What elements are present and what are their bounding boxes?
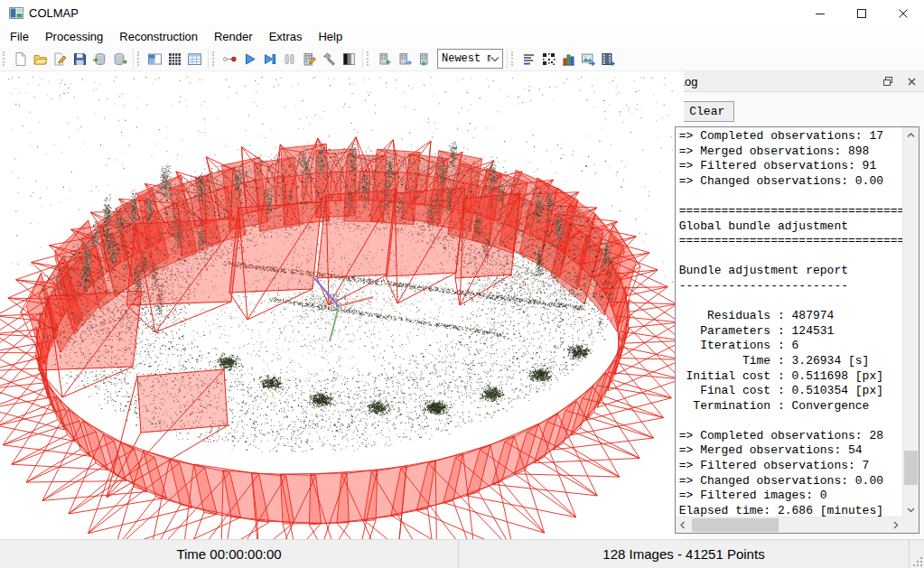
app-icon	[9, 6, 23, 21]
grab-movie-button[interactable]	[598, 49, 618, 69]
toolbar-handle	[511, 51, 513, 66]
play-icon	[242, 51, 257, 67]
add-model-button[interactable]	[374, 49, 394, 69]
toolbar: Newest mo	[0, 47, 924, 71]
export-model-button[interactable]	[394, 49, 414, 69]
building-add-icon	[377, 51, 392, 67]
bundle-adjustment-button[interactable]	[299, 49, 319, 69]
menu-bar: File Processing Reconstruction Render Ex…	[0, 26, 924, 47]
bar-chart-icon	[561, 51, 576, 67]
toolbar-group-model: Newest mo	[372, 47, 505, 70]
horizontal-scroll-thumb[interactable]	[692, 518, 779, 532]
statistics-button[interactable]	[558, 49, 578, 69]
status-model-stats: 128 Images - 41251 Points	[459, 546, 909, 562]
scroll-up-icon[interactable]	[903, 127, 919, 143]
float-window-icon	[882, 76, 893, 87]
model-viewport[interactable]	[0, 71, 669, 539]
table-view-button[interactable]	[184, 49, 204, 69]
toolbar-group-views	[143, 47, 206, 70]
close-button[interactable]	[882, 0, 924, 26]
database-import-icon	[92, 51, 107, 67]
maximize-icon	[856, 8, 867, 19]
pause-icon	[282, 51, 297, 67]
building-import-icon	[416, 51, 432, 67]
update-model-button[interactable]	[414, 49, 434, 69]
colmap-window: COLMAP File Processing Reconstruction Re…	[0, 0, 924, 568]
grid-icon	[167, 51, 182, 67]
open-project-button[interactable]	[30, 49, 50, 69]
menu-render[interactable]: Render	[206, 27, 261, 46]
toolbar-handle	[3, 51, 5, 66]
log-dock-titlebar: Log	[670, 71, 924, 92]
menu-file[interactable]: File	[2, 27, 37, 46]
model-selector-value: Newest mo	[442, 52, 490, 65]
import-database-button[interactable]	[89, 49, 109, 69]
pause-reconstruction-button[interactable]	[279, 49, 299, 69]
log-vertical-scrollbar[interactable]	[902, 127, 919, 517]
scroll-down-icon[interactable]	[903, 502, 919, 517]
toolbar-separator	[362, 49, 363, 69]
export-database-button[interactable]	[109, 49, 129, 69]
title-bar: COLMAP	[0, 0, 924, 26]
scroll-left-icon[interactable]	[676, 517, 691, 533]
chevron-down-icon	[490, 56, 499, 62]
edit-project-button[interactable]	[50, 49, 70, 69]
grid-view-button[interactable]	[164, 49, 184, 69]
toolbar-group-reconstruction	[218, 47, 360, 70]
grab-image-button[interactable]	[578, 49, 598, 69]
track-options-icon	[222, 51, 238, 67]
menu-help[interactable]: Help	[310, 27, 350, 46]
new-project-button[interactable]	[10, 49, 30, 69]
toolbar-handle	[137, 51, 139, 66]
new-file-icon	[13, 51, 28, 67]
filmstrip-icon	[601, 51, 616, 67]
log-output-frame: => Completed observations: 17 => Merged …	[675, 126, 919, 534]
status-bar: Time 00:00:00:00 128 Images - 41251 Poin…	[0, 539, 924, 568]
toolbar-separator	[507, 49, 508, 69]
scroll-right-icon[interactable]	[888, 517, 903, 533]
render-options-button[interactable]	[339, 49, 359, 69]
vertical-scroll-thumb[interactable]	[904, 451, 918, 485]
status-time: Time 00:00:00:00	[0, 546, 458, 562]
save-project-button[interactable]	[70, 49, 89, 69]
log-dock: Log Clear => Completed observations: 17 …	[669, 71, 924, 539]
building-export-icon	[397, 51, 412, 67]
minimize-button[interactable]	[799, 0, 841, 26]
dock-float-button[interactable]	[881, 74, 895, 88]
minimize-icon	[815, 8, 826, 19]
close-icon	[907, 77, 917, 87]
menu-processing[interactable]: Processing	[37, 27, 111, 46]
save-icon	[72, 51, 88, 67]
reconstruction-options-button[interactable]	[219, 49, 239, 69]
log-text[interactable]: => Completed observations: 17 => Merged …	[676, 127, 919, 518]
3d-scene-canvas[interactable]	[0, 71, 684, 539]
image-panel-icon	[147, 51, 163, 67]
log-toolbar: Clear	[670, 92, 924, 126]
log-toggle-button[interactable]	[518, 49, 538, 69]
building-edit-icon	[302, 51, 317, 67]
menu-reconstruction[interactable]: Reconstruction	[111, 27, 206, 46]
dense-reconstruction-button[interactable]	[319, 49, 339, 69]
maximize-button[interactable]	[841, 0, 882, 26]
toolbar-separator	[133, 49, 134, 69]
toolbar-group-extras	[517, 47, 620, 70]
toolbar-handle	[212, 51, 214, 66]
resize-grip[interactable]	[910, 540, 924, 568]
start-reconstruction-button[interactable]	[239, 49, 259, 69]
menu-extras[interactable]: Extras	[261, 27, 311, 46]
resize-grip-icon	[912, 556, 924, 568]
dock-close-button[interactable]	[904, 74, 919, 88]
image-overview-button[interactable]	[145, 49, 164, 69]
clear-log-button[interactable]: Clear	[680, 101, 734, 122]
screenshot-icon	[581, 51, 596, 67]
open-folder-icon	[33, 51, 48, 67]
edit-file-icon	[52, 51, 68, 67]
step-reconstruction-button[interactable]	[259, 49, 279, 69]
toolbar-handle	[367, 51, 369, 66]
log-horizontal-scrollbar[interactable]	[676, 517, 903, 533]
window-title: COLMAP	[29, 6, 79, 20]
match-matrix-button[interactable]	[538, 49, 558, 69]
model-selector[interactable]: Newest mo	[437, 49, 503, 69]
hammer-icon	[322, 51, 337, 67]
match-matrix-icon	[541, 51, 556, 67]
